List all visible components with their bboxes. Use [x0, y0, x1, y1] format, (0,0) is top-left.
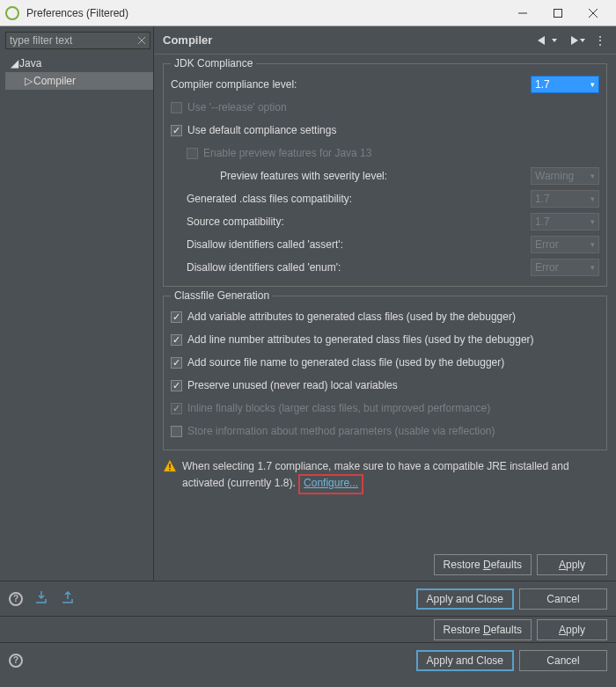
generated-compat-combo: 1.7▾ [531, 190, 599, 208]
line-attrs-label: Add line number attributes to generated … [187, 333, 534, 346]
apply-button-2[interactable]: Apply [537, 619, 607, 640]
export-icon[interactable] [62, 591, 76, 606]
source-compat-combo: 1.7▾ [531, 213, 599, 230]
enable-preview-label: Enable preview features for Java 13 [203, 147, 371, 159]
page-button-bar: Restore Defaults Apply [154, 549, 616, 581]
store-param-label: Store information about method parameter… [187, 425, 495, 437]
expand-icon[interactable]: ▷ [23, 75, 33, 87]
source-file-label: Add source file name to generated class … [187, 356, 504, 369]
compliance-level-label: Compiler compliance level: [171, 78, 297, 91]
filter-placeholder: type filter text [10, 34, 72, 47]
restore-defaults-button-2[interactable]: Restore Defaults [434, 619, 532, 640]
dialog-button-bar: ? Apply and Close Cancel [0, 581, 616, 616]
filter-input[interactable]: type filter text [5, 32, 150, 49]
restore-defaults-button[interactable]: Restore Defaults [434, 554, 532, 575]
configure-link[interactable]: Configure... [304, 477, 358, 489]
warning-message: When selecting 1.7 compliance, make sure… [163, 459, 607, 494]
content-body: JDK Compliance Compiler compliance level… [154, 55, 616, 549]
preserve-unused-checkbox[interactable] [171, 380, 182, 391]
use-default-label: Use default compliance settings [187, 124, 336, 136]
compliance-level-value: 1.7 [535, 78, 550, 91]
tree-item-label: Compiler [33, 75, 76, 87]
chevron-down-icon: ▾ [590, 194, 595, 203]
disallow-assert-label: Disallow identifiers called 'assert': [187, 238, 343, 251]
warning-text: When selecting 1.7 compliance, make sure… [182, 459, 607, 494]
apply-and-close-button-2[interactable]: Apply and Close [416, 650, 514, 671]
collapse-icon[interactable]: ◢ [9, 57, 19, 69]
minimize-button[interactable] [505, 1, 540, 26]
clear-filter-icon[interactable] [137, 35, 146, 48]
tree-item-label: Java [19, 57, 41, 69]
main: type filter text ◢ Java ▷ Compiler Compi… [0, 26, 616, 581]
line-attrs-checkbox[interactable] [171, 334, 182, 346]
disallow-enum-combo: Error▾ [531, 259, 599, 276]
app-icon [5, 6, 19, 20]
configure-highlight: Configure... [298, 474, 363, 494]
classfile-legend: Classfile Generation [171, 289, 273, 302]
content: Compiler ⋮ JDK Compliance Compiler compl… [154, 26, 616, 581]
inline-finally-label: Inline finally blocks (larger class file… [187, 402, 490, 414]
preserve-unused-label: Preserve unused (never read) local varia… [187, 379, 398, 391]
header-nav: ⋮ [538, 33, 607, 48]
use-default-checkbox[interactable] [171, 125, 182, 136]
preview-severity-label: Preview features with severity level: [220, 170, 387, 182]
source-compat-label: Source compatibility: [187, 216, 284, 228]
chevron-down-icon: ▾ [590, 80, 595, 89]
store-param-checkbox[interactable] [171, 426, 182, 437]
maximize-button[interactable] [540, 1, 576, 26]
chevron-down-icon: ▾ [590, 263, 595, 272]
svg-rect-6 [169, 464, 171, 468]
apply-button[interactable]: Apply [537, 554, 607, 575]
chevron-down-icon: ▾ [590, 172, 595, 180]
forward-button[interactable] [566, 36, 585, 45]
page-title: Compiler [163, 33, 538, 47]
preview-severity-combo: Warning▾ [531, 167, 599, 185]
cancel-button-2[interactable]: Cancel [519, 650, 607, 671]
chevron-down-icon: ▾ [590, 240, 595, 249]
svg-rect-7 [169, 469, 171, 471]
jdk-compliance-group: JDK Compliance Compiler compliance level… [163, 63, 607, 287]
preferences-tree: ◢ Java ▷ Compiler [5, 55, 153, 90]
close-button[interactable] [576, 1, 611, 26]
content-header: Compiler ⋮ [154, 26, 616, 55]
back-button[interactable] [538, 36, 557, 45]
tree-item-java[interactable]: ◢ Java [5, 55, 153, 72]
disallow-assert-combo: Error▾ [531, 236, 599, 253]
disallow-enum-label: Disallow identifiers called 'enum': [187, 261, 341, 274]
compliance-level-combo[interactable]: 1.7▾ [531, 76, 599, 93]
use-release-label: Use '--release' option [187, 101, 287, 113]
use-release-checkbox [171, 102, 182, 113]
var-attrs-label: Add variable attributes to generated cla… [187, 311, 516, 323]
secondary-page-button-bar: Restore Defaults Apply [0, 616, 616, 642]
secondary-dialog-button-bar: ? Apply and Close Cancel [0, 642, 616, 677]
sidebar: type filter text ◢ Java ▷ Compiler [0, 26, 154, 581]
apply-and-close-button[interactable]: Apply and Close [416, 588, 514, 610]
help-icon-2[interactable]: ? [9, 654, 23, 668]
help-icon[interactable]: ? [9, 592, 23, 606]
menu-icon[interactable]: ⋮ [594, 33, 607, 48]
svg-rect-1 [554, 9, 562, 17]
source-file-checkbox[interactable] [171, 357, 182, 369]
tree-item-compiler[interactable]: ▷ Compiler [5, 72, 153, 90]
chevron-down-icon: ▾ [590, 217, 595, 226]
enable-preview-checkbox [187, 148, 198, 159]
generated-compat-label: Generated .class files compatibility: [187, 193, 352, 205]
import-icon[interactable] [35, 591, 49, 606]
var-attrs-checkbox[interactable] [171, 311, 182, 323]
title-bar: Preferences (Filtered) [0, 0, 616, 26]
warning-icon [163, 459, 177, 473]
classfile-generation-group: Classfile Generation Add variable attrib… [163, 296, 607, 450]
cancel-button[interactable]: Cancel [519, 588, 607, 610]
window-title: Preferences (Filtered) [26, 7, 505, 19]
jdk-legend: JDK Compliance [171, 57, 256, 69]
lower-left-icons: ? [9, 591, 76, 606]
inline-finally-checkbox [171, 403, 182, 414]
